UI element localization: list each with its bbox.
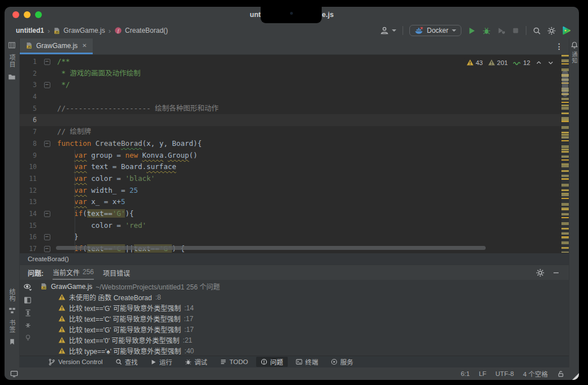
minimize-window-button[interactable] (24, 11, 31, 18)
close-tab-icon[interactable]: ✕ (82, 42, 87, 49)
fold-marker-icon[interactable]: – (44, 141, 50, 147)
breadcrumb-member[interactable]: f CreateBorad() (114, 27, 168, 34)
folder-icon[interactable] (8, 73, 16, 81)
breadcrumb-file[interactable]: JS GrawGame.js (53, 27, 105, 34)
code-line[interactable]: 5//-------------------- 绘制各种图形和动作 (20, 103, 561, 115)
breadcrumb-current-member[interactable]: CreateBorad() (28, 256, 69, 262)
bookmark-icon[interactable] (8, 338, 16, 345)
structure-icon[interactable] (8, 307, 16, 314)
tool-window-button-services[interactable]: 服务 (326, 357, 358, 367)
search-everywhere-button[interactable] (533, 27, 541, 35)
code-line[interactable]: 7// 绘制牌 (20, 126, 561, 138)
horizontal-scrollbar[interactable] (56, 246, 486, 250)
fold-column (37, 196, 57, 208)
vertical-scrollbar-thumb[interactable] (562, 71, 568, 97)
problem-item[interactable]: 比较 text=='G' 可能导致意外类型强制:17 (36, 324, 569, 335)
problems-tab-label: 当前文件 (53, 267, 80, 277)
tool-window-button-todo[interactable]: TODO (215, 357, 253, 367)
code-line[interactable]: 10 var text = Board.surface (20, 161, 561, 173)
panel-settings-icon[interactable] (536, 269, 544, 277)
tool-window-button-problems[interactable]: 问题 (256, 357, 288, 367)
stop-button[interactable] (512, 27, 520, 34)
expand-all-icon[interactable] (24, 309, 32, 317)
line-ending[interactable]: LF (479, 370, 486, 377)
weak-warning-count[interactable]: 201 (488, 59, 508, 66)
run-button[interactable] (468, 27, 476, 35)
typo-count[interactable]: 12 (513, 59, 530, 66)
run-configuration-select[interactable]: Docker (409, 25, 461, 36)
tab-options-menu[interactable]: ⋮ (555, 38, 569, 54)
tool-window-button-find[interactable]: 查找 (111, 357, 142, 367)
docker-icon (414, 27, 423, 34)
title-bar[interactable]: unt e.js (5, 7, 579, 23)
problem-item[interactable]: 比较 text=='C' 可能导致意外类型强制:17 (36, 313, 569, 324)
problems-tab[interactable]: 项目错误 (103, 265, 130, 280)
problem-line-ref: :40 (184, 347, 194, 355)
indent-setting[interactable]: 4 个空格 (523, 369, 548, 378)
fold-marker-icon[interactable]: – (44, 246, 50, 252)
tool-stripe-bookmarks[interactable]: 书签 (7, 319, 16, 333)
problems-file-row[interactable]: JSGrawGame.js~/WebstormProjects/untitled… (36, 281, 569, 292)
code-line[interactable]: 6 (20, 114, 561, 126)
tool-stripe-notifications[interactable]: 通知 (570, 51, 578, 64)
code-line[interactable]: 8–function CreateBorad(x, y, Board){ (20, 138, 561, 150)
collapse-all-icon[interactable] (24, 322, 32, 329)
close-window-button[interactable] (12, 11, 19, 18)
problems-tab[interactable]: 当前文件256 (53, 265, 94, 280)
zoom-window-button[interactable] (35, 11, 42, 18)
run-with-coverage-button[interactable] (497, 27, 505, 35)
tool-stripe-structure[interactable]: 结构 (7, 288, 16, 302)
breadcrumb-project[interactable]: untitled1 (16, 27, 44, 34)
tool-window-button-debug[interactable]: 调试 (180, 357, 212, 367)
next-problem-button[interactable] (547, 59, 554, 66)
code-editor[interactable]: 1–/**2 * 游戏的画面及动作绘制3– */45//------------… (20, 55, 569, 253)
tool-window-button-terminal[interactable]: 终端 (291, 357, 323, 367)
problem-item[interactable]: 比较 text=='0' 可能导致意外类型强制:21 (36, 335, 569, 345)
tab-grawgame-js[interactable]: JS GrawGame.js ✕ (20, 38, 93, 54)
code-line[interactable]: 3– */ (20, 79, 561, 91)
line-number: 8 (20, 138, 37, 150)
prev-problem-button[interactable] (535, 59, 542, 66)
fold-end-icon[interactable]: – (44, 82, 50, 88)
resize-grip[interactable] (572, 373, 579, 380)
preview-eye-icon[interactable] (23, 283, 32, 291)
tool-stripe-project[interactable]: 项目 (7, 54, 16, 68)
code-line[interactable]: 2 * 游戏的画面及动作绘制 (20, 68, 561, 80)
tool-window-switcher-icon[interactable] (10, 370, 18, 378)
unlock-icon[interactable] (557, 370, 564, 378)
problem-line-ref: :17 (184, 315, 193, 323)
fold-marker-icon[interactable]: – (44, 59, 50, 65)
code-line[interactable]: 11 var color = 'black' (20, 173, 561, 185)
profile-button[interactable] (380, 26, 396, 35)
file-encoding[interactable]: UTF-8 (495, 370, 514, 377)
code-line[interactable]: 15 color = 'red' (20, 220, 561, 232)
problem-item[interactable]: 比较 type=='♠' 可能导致意外类型强制:40 (36, 345, 569, 356)
debug-button[interactable] (482, 27, 491, 35)
project-grid-icon[interactable] (8, 41, 16, 49)
code-line[interactable]: 14– if(text=='G'){ (20, 208, 561, 220)
line-number: 4 (20, 91, 37, 103)
fold-end-icon[interactable]: – (44, 234, 50, 240)
notifications-bell-icon[interactable] (570, 41, 578, 49)
settings-button[interactable] (547, 27, 556, 35)
code-text: //-------------------- 绘制各种图形和动作 (57, 103, 561, 115)
code-line[interactable]: 9 var group = new Konva.Group() (20, 150, 561, 162)
code-line[interactable]: 12 var width_ = 25 (20, 185, 561, 197)
open-preview-panel-icon[interactable] (24, 296, 32, 304)
error-stripe[interactable] (561, 55, 569, 253)
line-number: 12 (20, 185, 37, 197)
tool-window-button-run[interactable]: 运行 (146, 357, 177, 367)
quickfix-bulb-icon[interactable] (24, 334, 32, 341)
code-line[interactable]: 4 (20, 91, 561, 103)
problem-item[interactable]: 未使用的 函数 CreateBorad:8 (36, 292, 569, 302)
caret-position[interactable]: 6:1 (461, 370, 470, 377)
minimize-panel-icon[interactable] (552, 269, 560, 276)
code-line[interactable]: 13 var x_ = x+5 (20, 196, 561, 208)
inspections-widget[interactable]: 43 201 12 (464, 58, 556, 67)
problem-item[interactable]: 比较 text=='G' 可能导致意外类型强制:14 (36, 302, 569, 313)
code-line[interactable]: 16– } (20, 231, 561, 243)
plugin-logo-icon[interactable] (562, 26, 571, 35)
fold-marker-icon[interactable]: – (44, 211, 50, 217)
warning-count[interactable]: 43 (466, 59, 483, 66)
tool-window-button-version-control[interactable]: Version Control (44, 357, 107, 367)
